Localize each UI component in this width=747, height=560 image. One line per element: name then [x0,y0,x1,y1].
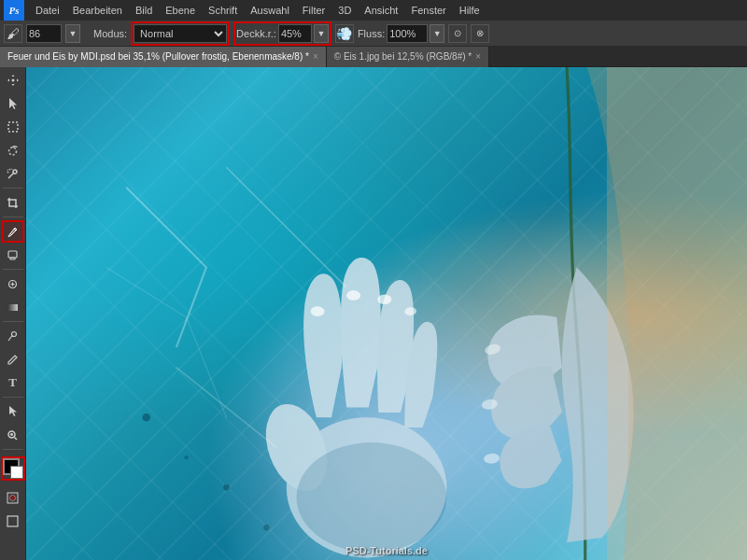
svg-rect-12 [7,516,18,526]
tabs-bar: Feuer und Eis by MDI.psd bei 35,1% (Pull… [0,47,747,67]
menu-hilfe[interactable]: Hilfe [454,3,486,18]
path-select-btn[interactable] [2,400,24,423]
brush-size-value: 86 [29,28,40,39]
ps-logo: Ps [4,0,24,21]
rect-select-btn[interactable] [2,116,24,138]
svg-point-26 [184,455,188,459]
screen-mode-btn[interactable] [2,510,24,532]
tab-eis-close[interactable]: × [475,51,481,62]
tab-main-label: Feuer und Eis by MDI.psd bei 35,1% (Pull… [7,51,309,62]
svg-point-18 [484,453,500,464]
svg-point-25 [223,484,229,490]
svg-point-27 [263,525,269,530]
tab-main[interactable]: Feuer und Eis by MDI.psd bei 35,1% (Pull… [0,47,327,67]
heal-btn[interactable] [2,273,24,295]
menu-ebene[interactable]: Ebene [160,3,201,18]
brush-size-dropdown[interactable]: ▼ [65,24,80,43]
gradient-btn[interactable] [2,296,24,318]
menu-filter[interactable]: Filter [297,3,331,18]
svg-rect-7 [7,304,18,311]
flow-dropdown[interactable]: ▼ [430,24,444,43]
divider-4 [3,321,23,322]
svg-point-20 [346,290,360,301]
canvas-area[interactable]: PSD-Tutorials.de [26,67,747,560]
type-btn[interactable]: T [2,371,24,394]
type-icon: T [8,375,17,390]
dodge-btn[interactable] [2,325,24,347]
canvas-image [26,67,747,560]
divider-5 [3,397,23,398]
pen-btn[interactable] [2,348,24,371]
brush-size-display: 86 [26,24,62,43]
divider-6 [3,449,23,450]
opacity-input[interactable] [278,24,312,43]
flow-group: Fluss: ▼ [358,24,444,43]
svg-point-3 [13,170,17,174]
divider-2 [3,217,23,217]
opacity-group: Deckk.r.: ▼ [233,21,331,46]
watermark: PSD-Tutorials.de [345,545,428,556]
svg-rect-1 [8,122,18,132]
angle-icon[interactable]: ⊗ [471,24,489,43]
tab-main-close[interactable]: × [313,51,318,62]
color-swatches[interactable] [1,456,25,481]
zoom-btn[interactable] [2,424,24,446]
svg-rect-5 [10,258,15,259]
menu-bar: Ps Datei Bearbeiten Bild Ebene Schrift A… [0,0,747,21]
magic-wand-btn[interactable] [2,162,24,185]
divider-3 [3,269,23,270]
tab-eis[interactable]: © Eis 1.jpg bei 12,5% (RGB/8#) * × [327,47,489,67]
stamp-btn[interactable] [2,244,24,266]
lasso-btn[interactable] [2,139,24,161]
menu-3d[interactable]: 3D [332,3,357,18]
background-color[interactable] [10,466,23,479]
svg-point-0 [11,79,14,82]
select-tool-btn[interactable] [2,92,24,115]
opacity-dropdown[interactable]: ▼ [314,24,329,43]
flow-input[interactable] [387,24,428,43]
mode-label: Modus: [93,28,127,39]
svg-point-24 [142,413,150,422]
menu-schrift[interactable]: Schrift [203,3,243,18]
mode-select[interactable]: Normal [134,24,227,43]
menu-datei[interactable]: Datei [30,3,65,18]
hand-svg-overlay [26,67,747,560]
svg-point-2 [9,147,17,155]
crop-btn[interactable] [2,191,24,214]
svg-rect-4 [8,251,17,258]
menu-auswahl[interactable]: Auswahl [245,3,295,18]
smooth-icon[interactable]: ⊙ [448,24,467,43]
main-layout: T [0,67,747,560]
opacity-label: Deckk.r.: [236,28,276,39]
move-tool-btn[interactable] [2,69,24,91]
brush-tool-btn[interactable] [2,220,24,243]
menu-fenster[interactable]: Fenster [405,3,451,18]
divider-1 [3,188,23,189]
mode-dropdown-group: Normal [131,21,230,46]
options-bar: 🖌 86 ▼ Modus: Normal Deckk.r.: ▼ 💨 Fluss… [0,21,747,47]
svg-point-15 [297,442,447,553]
menu-bild[interactable]: Bild [130,3,158,18]
menu-bearbeiten[interactable]: Bearbeiten [67,3,128,18]
quick-mask-btn[interactable] [2,486,24,509]
airbrush-icon[interactable]: 💨 [335,24,354,43]
flow-label: Fluss: [358,28,385,39]
tab-eis-label: © Eis 1.jpg bei 12,5% (RGB/8#) * [334,51,472,62]
left-toolbar: T [0,67,26,560]
svg-point-21 [377,294,391,304]
menu-ansicht[interactable]: Ansicht [359,3,403,18]
svg-point-11 [10,495,16,500]
brush-tool-icon[interactable]: 🖌 [4,24,22,43]
